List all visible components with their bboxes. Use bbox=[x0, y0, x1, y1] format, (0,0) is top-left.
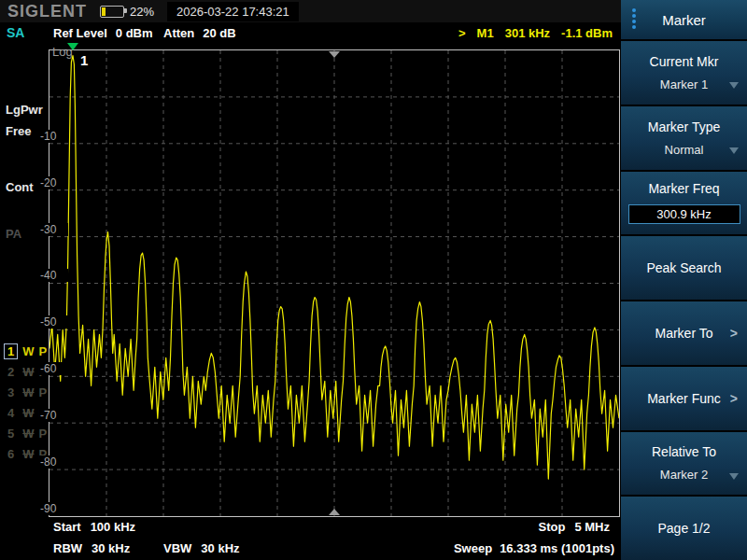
status-cont: Cont bbox=[6, 180, 34, 194]
y-axis-label: -60 bbox=[39, 362, 68, 375]
current-mkr-label: Current Mkr bbox=[650, 54, 719, 69]
start-value: 100 kHz bbox=[91, 520, 135, 534]
trace-indicator-1[interactable]: 1 W P bbox=[4, 341, 47, 361]
menu-item-page[interactable]: Page 1/2 bbox=[621, 497, 747, 560]
rbw-value: 30 kHz bbox=[92, 541, 130, 555]
atten-value: 20 dB bbox=[203, 26, 235, 40]
menu-handle-dots-icon[interactable] bbox=[632, 8, 636, 29]
atten-label: Atten bbox=[163, 26, 194, 40]
rbw-label: RBW bbox=[53, 541, 82, 555]
sweep-label: Sweep bbox=[454, 541, 492, 555]
graticule: Log -10 -20 -30 -40 -50 -60 -70 -80 -90 … bbox=[49, 49, 620, 517]
trace-2-number: 2 bbox=[4, 364, 18, 380]
spectrum-trace-svg bbox=[49, 50, 619, 516]
trace-2-write-flag: W bbox=[22, 365, 34, 379]
sweep-value: 16.333 ms (1001pts) bbox=[500, 541, 614, 555]
battery-fill bbox=[102, 7, 106, 16]
marker-freq-label: Marker Freq bbox=[648, 181, 719, 196]
marker-1-number: 1 bbox=[80, 52, 88, 68]
marker-1-icon[interactable] bbox=[67, 43, 78, 50]
menu-item-relative-to[interactable]: Relative To Marker 2 bbox=[621, 432, 747, 497]
chevron-down-icon bbox=[729, 147, 739, 154]
current-mkr-value: Marker 1 bbox=[660, 77, 708, 91]
menu-item-marker-to[interactable]: Marker To > bbox=[621, 301, 747, 367]
trace-1-peak-flag: P bbox=[39, 344, 48, 358]
mode-label: SA bbox=[7, 25, 24, 40]
title-bar: SIGLENT 22% 2026-03-22 17:43:21 bbox=[0, 0, 621, 22]
trace-indicator-list: 1 W P 2 W P 3 W P 4 W P 5 W P 6 W P bbox=[4, 341, 47, 464]
menu-item-marker-func[interactable]: Marker Func > bbox=[621, 367, 747, 432]
menu-item-marker-type[interactable]: Marker Type Normal bbox=[621, 106, 747, 172]
marker-func-label: Marker Func bbox=[647, 391, 721, 406]
marker-type-label: Marker Type bbox=[648, 119, 721, 134]
vbw-value: 30 kHz bbox=[201, 541, 239, 555]
ref-level-control[interactable]: Ref Level 0 dBm bbox=[53, 26, 153, 40]
menu-item-marker-freq[interactable]: Marker Freq 300.9 kHz bbox=[621, 172, 747, 237]
marker-to-label: Marker To bbox=[655, 326, 713, 341]
y-axis-label: -90 bbox=[39, 502, 68, 515]
datetime: 2026-03-22 17:43:21 bbox=[167, 2, 299, 21]
y-axis-label: -10 bbox=[39, 130, 68, 143]
status-lgpwr: LgPwr bbox=[6, 103, 43, 117]
y-axis-label: -70 bbox=[39, 409, 68, 422]
y-axis-label: -50 bbox=[39, 315, 68, 329]
trace-1-write-flag: W bbox=[22, 344, 34, 358]
ref-level-label: Ref Level bbox=[53, 26, 107, 40]
siglent-logo: SIGLENT bbox=[7, 2, 87, 21]
menu-item-peak-search[interactable]: Peak Search bbox=[621, 236, 747, 301]
parameter-bar: SA Ref Level 0 dBm Atten 20 dB > M1 301 … bbox=[0, 22, 621, 43]
start-label: Start bbox=[53, 520, 81, 534]
menu-title: Marker bbox=[621, 0, 747, 41]
atten-control[interactable]: Atten 20 dB bbox=[163, 26, 236, 40]
y-axis-label: -40 bbox=[39, 269, 68, 282]
sweep-info: Sweep 16.333 ms (1001pts) bbox=[454, 541, 614, 555]
y-axis-label: -80 bbox=[39, 455, 68, 469]
trace-indicator-5[interactable]: 5 W P bbox=[4, 423, 47, 443]
status-free: Free bbox=[6, 124, 31, 138]
marker-readout-name: M1 bbox=[477, 26, 494, 40]
frequency-info-row: Start 100 kHz Stop 5 MHz bbox=[0, 520, 621, 537]
chevron-down-icon bbox=[729, 82, 739, 89]
battery-percent: 22% bbox=[130, 5, 154, 19]
rbw-control[interactable]: RBW 30 kHz bbox=[53, 541, 130, 555]
menu-item-current-mkr[interactable]: Current Mkr Marker 1 bbox=[621, 41, 747, 106]
trace-4-write-flag: W bbox=[22, 406, 34, 420]
trace-6-write-flag: W bbox=[22, 447, 34, 461]
marker-readout: > M1 301 kHz -1.1 dBm bbox=[458, 26, 613, 40]
stop-freq-control[interactable]: Stop 5 MHz bbox=[539, 520, 610, 534]
battery-icon bbox=[100, 6, 124, 18]
trace-1-number: 1 bbox=[4, 343, 18, 359]
chevron-right-icon: > bbox=[730, 326, 738, 341]
stop-label: Stop bbox=[539, 520, 566, 534]
spectrum-analyzer-screen: { "titlebar": { "logo": "SIGLENT", "batt… bbox=[0, 0, 747, 560]
stop-value: 5 MHz bbox=[574, 520, 610, 534]
ref-level-value: 0 dBm bbox=[116, 26, 153, 40]
center-freq-marker-bottom-icon bbox=[329, 509, 340, 515]
chevron-down-icon bbox=[729, 473, 739, 480]
trace-5-number: 5 bbox=[4, 426, 18, 441]
page-label: Page 1/2 bbox=[657, 521, 710, 536]
marker-type-value: Normal bbox=[665, 143, 704, 157]
peak-search-label: Peak Search bbox=[646, 260, 721, 275]
trace-3-write-flag: W bbox=[22, 385, 34, 399]
trace-4-number: 4 bbox=[4, 405, 18, 421]
y-axis-label: -30 bbox=[39, 223, 68, 236]
trace-3-number: 3 bbox=[4, 385, 18, 400]
start-freq-control[interactable]: Start 100 kHz bbox=[53, 520, 135, 534]
vbw-label: VBW bbox=[163, 541, 191, 555]
chevron-right-icon: > bbox=[730, 391, 738, 406]
marker-freq-input[interactable]: 300.9 kHz bbox=[628, 204, 740, 224]
trace-5-write-flag: W bbox=[22, 427, 34, 441]
trace-5-peak-flag: P bbox=[39, 427, 48, 441]
softkey-menu: Marker Current Mkr Marker 1 Marker Type … bbox=[621, 0, 747, 560]
status-pa: PA bbox=[6, 227, 21, 241]
vbw-control[interactable]: VBW 30 kHz bbox=[163, 541, 240, 555]
menu-title-text: Marker bbox=[662, 12, 706, 28]
trace-indicator-3[interactable]: 3 W P bbox=[4, 382, 47, 402]
relative-to-label: Relative To bbox=[652, 444, 716, 459]
y-axis-label: -20 bbox=[39, 176, 68, 189]
trace-6-number: 6 bbox=[4, 446, 18, 462]
marker-readout-ampl: -1.1 dBm bbox=[561, 26, 613, 40]
marker-readout-prefix: > bbox=[458, 26, 466, 40]
trace-3-peak-flag: P bbox=[39, 385, 48, 399]
